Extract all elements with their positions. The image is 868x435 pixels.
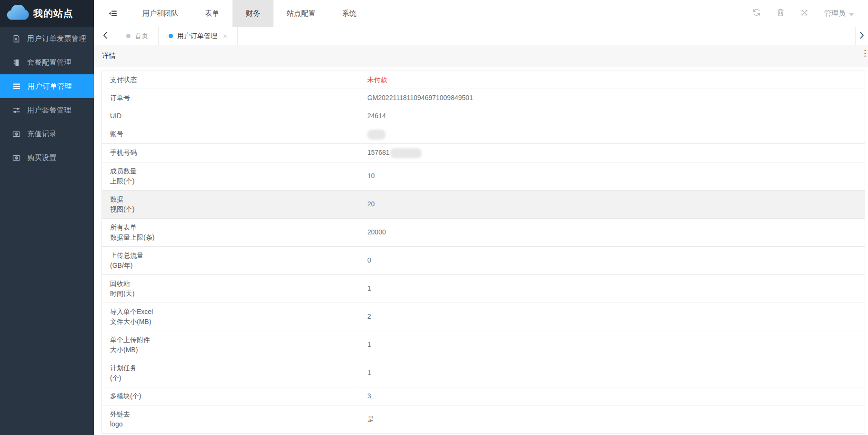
sidebar-item[interactable]: 购买设置 xyxy=(0,146,94,170)
detail-label-line: 账号 xyxy=(110,129,351,139)
detail-table-body: 支付状态未付款订单号GM20221118110946971009849501UI… xyxy=(102,71,865,434)
detail-label: 回收站时间(天) xyxy=(102,274,359,303)
detail-row: 支付状态未付款 xyxy=(102,71,865,89)
detail-label-line: 时间(天) xyxy=(110,289,351,299)
cloud-icon xyxy=(6,5,29,22)
detail-row: 计划任务(个)1 xyxy=(102,359,865,387)
caret-down-icon xyxy=(849,10,854,18)
detail-label: 账号 xyxy=(102,125,359,144)
sidebar-item-label: 用户套餐管理 xyxy=(27,106,71,115)
detail-value-text: 157681 xyxy=(367,149,390,156)
tab[interactable]: 用户订单管理× xyxy=(159,27,238,45)
topnav-items: 用户和团队表单财务站点配置系统 xyxy=(129,0,370,27)
sidebar-item[interactable]: 用户订单发票管理 xyxy=(0,27,94,51)
fullscreen-button[interactable] xyxy=(800,9,808,19)
detail-label: 订单号 xyxy=(102,89,359,107)
detail-value-text: 1 xyxy=(367,284,371,292)
detail-label-line: 回收站 xyxy=(110,279,351,289)
detail-label-line: 所有表单 xyxy=(110,223,351,233)
detail-row: 成员数量上限(个)10 xyxy=(102,162,865,190)
detail-value-text: 是 xyxy=(367,415,374,423)
sidebar-item[interactable]: 用户订单管理 xyxy=(0,74,94,98)
detail-value: 20000 xyxy=(359,218,865,246)
detail-row: 账号 xyxy=(102,125,865,144)
detail-row: 上传总流量(GB/年)0 xyxy=(102,246,865,274)
detail-row: 外链去logo是 xyxy=(102,405,865,433)
topbar: 用户和团队表单财务站点配置系统 管理员 xyxy=(94,0,868,27)
detail-label-line: 计划任务 xyxy=(110,363,351,373)
detail-label-line: 成员数量 xyxy=(110,166,351,176)
sidebar-item-label: 用户订单管理 xyxy=(28,82,72,91)
detail-row: 数据视图(个)20 xyxy=(102,190,865,218)
detail-value: 1 xyxy=(359,359,865,387)
detail-label-line: 单个上传附件 xyxy=(110,335,351,345)
sidebar: 我的站点 用户订单发票管理套餐配置管理用户订单管理用户套餐管理充值记录购买设置 xyxy=(0,0,94,435)
detail-label: 手机号码 xyxy=(102,143,359,162)
detail-row: 多模块(个)3 xyxy=(102,387,865,405)
invoice-file-icon xyxy=(12,35,20,43)
detail-value-text: 2 xyxy=(367,313,371,320)
redacted-value xyxy=(367,130,385,140)
detail-label-line: 数据 xyxy=(110,194,351,204)
refresh-icon xyxy=(752,8,761,19)
more-options-icon[interactable]: ⋮ xyxy=(861,49,868,57)
detail-label: UID xyxy=(102,107,359,125)
detail-label-line: (个) xyxy=(110,373,351,383)
detail-label-line: 支付状态 xyxy=(110,75,351,85)
topbar-actions: 管理员 xyxy=(752,8,868,19)
detail-label-line: 大小(MB) xyxy=(110,345,351,355)
detail-value: 未付款 xyxy=(359,71,865,89)
user-menu[interactable]: 管理员 xyxy=(824,9,854,18)
detail-value-text: 20 xyxy=(367,200,375,208)
detail-label: 上传总流量(GB/年) xyxy=(102,246,359,274)
detail-label: 成员数量上限(个) xyxy=(102,162,359,190)
topnav-item[interactable]: 表单 xyxy=(192,0,232,27)
detail-value-text: 3 xyxy=(367,392,371,400)
detail-value: 24614 xyxy=(359,107,865,125)
detail-row: 订单号GM20221118110946971009849501 xyxy=(102,89,865,107)
detail-label-line: 手机号码 xyxy=(110,148,351,158)
topnav-item[interactable]: 站点配置 xyxy=(273,0,329,27)
detail-label-line: 文件大小(MB) xyxy=(110,317,351,327)
detail-value: 20 xyxy=(359,190,865,218)
sidebar-item-label: 用户订单发票管理 xyxy=(27,34,86,43)
sliders-icon xyxy=(12,106,20,114)
tab-close-icon[interactable]: × xyxy=(223,32,227,40)
detail-label-line: 订单号 xyxy=(110,93,351,103)
brand[interactable]: 我的站点 xyxy=(0,0,94,27)
topbar-action-icons xyxy=(752,8,808,19)
site-title: 我的站点 xyxy=(33,7,73,20)
detail-label-line: 导入单个Excel xyxy=(110,307,351,317)
detail-label: 外链去logo xyxy=(102,405,359,433)
tabs-scroll-right-button[interactable] xyxy=(855,27,868,45)
topnav-item[interactable]: 系统 xyxy=(329,0,370,27)
menu-fold-icon[interactable] xyxy=(108,9,118,18)
detail-value-text: 20000 xyxy=(367,228,386,236)
tab[interactable]: 首页 xyxy=(116,27,159,45)
topnav-item[interactable]: 用户和团队 xyxy=(129,0,192,27)
detail-value-text: 未付款 xyxy=(367,76,387,83)
detail-label: 所有表单数据量上限(条) xyxy=(102,218,359,246)
trash-button[interactable] xyxy=(777,8,785,19)
sidebar-item[interactable]: 套餐配置管理 xyxy=(0,51,94,74)
detail-label: 计划任务(个) xyxy=(102,359,359,387)
tab-status-dot-icon xyxy=(126,34,131,38)
tabs-scroll-left-button[interactable] xyxy=(94,27,116,45)
detail-value-text: 1 xyxy=(367,369,371,376)
tab-label: 用户订单管理 xyxy=(177,32,217,40)
detail-label: 支付状态 xyxy=(102,71,359,89)
sidebar-item[interactable]: 用户套餐管理 xyxy=(0,98,94,122)
refresh-button[interactable] xyxy=(752,8,761,19)
detail-label-line: 多模块(个) xyxy=(110,391,351,401)
detail-label-line: 上传总流量 xyxy=(110,251,351,261)
detail-value-text: 0 xyxy=(367,256,371,264)
tab-label: 首页 xyxy=(135,32,148,40)
detail-value: 3 xyxy=(359,387,865,405)
topnav-item[interactable]: 财务 xyxy=(232,0,273,27)
detail-label-line: UID xyxy=(110,111,351,121)
detail-value: 是 xyxy=(359,405,865,433)
sidebar-menu: 用户订单发票管理套餐配置管理用户订单管理用户套餐管理充值记录购买设置 xyxy=(0,27,94,170)
sidebar-item[interactable]: 充值记录 xyxy=(0,122,94,146)
detail-value: 1 xyxy=(359,331,865,359)
chevron-left-icon xyxy=(103,32,107,40)
